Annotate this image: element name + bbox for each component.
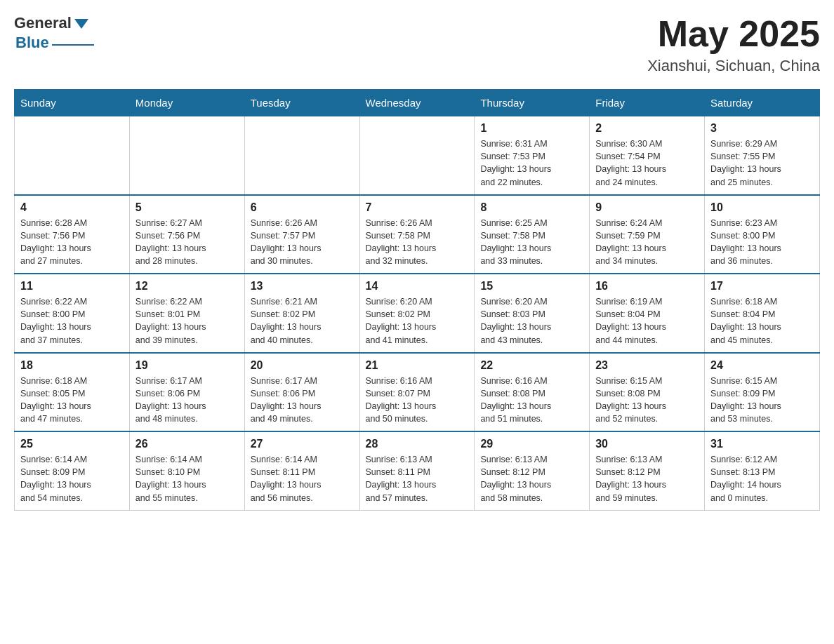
calendar-header-row: SundayMondayTuesdayWednesdayThursdayFrid… bbox=[15, 90, 820, 116]
day-info: Sunrise: 6:29 AM Sunset: 7:55 PM Dayligh… bbox=[710, 137, 814, 189]
calendar-cell: 27Sunrise: 6:14 AM Sunset: 8:11 PM Dayli… bbox=[244, 431, 359, 510]
calendar-header-sunday: Sunday bbox=[15, 90, 130, 116]
month-title: May 2025 bbox=[647, 14, 820, 54]
calendar-cell: 12Sunrise: 6:22 AM Sunset: 8:01 PM Dayli… bbox=[129, 274, 244, 353]
calendar-cell: 25Sunrise: 6:14 AM Sunset: 8:09 PM Dayli… bbox=[15, 431, 130, 510]
day-info: Sunrise: 6:14 AM Sunset: 8:10 PM Dayligh… bbox=[135, 453, 239, 504]
calendar-cell: 6Sunrise: 6:26 AM Sunset: 7:57 PM Daylig… bbox=[244, 195, 359, 274]
day-number: 23 bbox=[595, 359, 699, 372]
calendar-cell: 22Sunrise: 6:16 AM Sunset: 8:08 PM Dayli… bbox=[475, 353, 590, 432]
day-number: 16 bbox=[595, 280, 699, 293]
calendar-cell: 30Sunrise: 6:13 AM Sunset: 8:12 PM Dayli… bbox=[590, 431, 705, 510]
day-number: 20 bbox=[251, 359, 354, 372]
logo: General Blue bbox=[14, 14, 94, 52]
day-number: 27 bbox=[251, 438, 354, 450]
calendar-cell: 4Sunrise: 6:28 AM Sunset: 7:56 PM Daylig… bbox=[15, 195, 130, 274]
day-info: Sunrise: 6:22 AM Sunset: 8:00 PM Dayligh… bbox=[20, 295, 124, 347]
calendar-cell: 11Sunrise: 6:22 AM Sunset: 8:00 PM Dayli… bbox=[15, 274, 130, 353]
day-info: Sunrise: 6:18 AM Sunset: 8:04 PM Dayligh… bbox=[710, 295, 814, 347]
day-info: Sunrise: 6:28 AM Sunset: 7:56 PM Dayligh… bbox=[20, 217, 124, 268]
calendar-cell: 28Sunrise: 6:13 AM Sunset: 8:11 PM Dayli… bbox=[359, 431, 475, 510]
day-info: Sunrise: 6:21 AM Sunset: 8:02 PM Dayligh… bbox=[251, 295, 354, 347]
calendar-week-row: 25Sunrise: 6:14 AM Sunset: 8:09 PM Dayli… bbox=[15, 431, 820, 510]
day-number: 13 bbox=[251, 280, 354, 293]
day-info: Sunrise: 6:14 AM Sunset: 8:11 PM Dayligh… bbox=[251, 453, 354, 504]
day-info: Sunrise: 6:16 AM Sunset: 8:08 PM Dayligh… bbox=[480, 375, 583, 426]
day-number: 7 bbox=[366, 201, 469, 214]
calendar-table: SundayMondayTuesdayWednesdayThursdayFrid… bbox=[14, 89, 820, 511]
logo-arrow-icon bbox=[74, 19, 88, 29]
day-info: Sunrise: 6:20 AM Sunset: 8:03 PM Dayligh… bbox=[480, 295, 583, 347]
calendar-cell: 9Sunrise: 6:24 AM Sunset: 7:59 PM Daylig… bbox=[590, 195, 705, 274]
day-number: 19 bbox=[135, 359, 239, 372]
day-number: 5 bbox=[135, 201, 239, 214]
day-info: Sunrise: 6:27 AM Sunset: 7:56 PM Dayligh… bbox=[135, 217, 239, 268]
day-info: Sunrise: 6:31 AM Sunset: 7:53 PM Dayligh… bbox=[480, 137, 583, 189]
calendar-cell: 31Sunrise: 6:12 AM Sunset: 8:13 PM Dayli… bbox=[705, 431, 820, 510]
day-number: 31 bbox=[710, 438, 814, 450]
calendar-cell bbox=[244, 116, 359, 195]
day-number: 18 bbox=[20, 359, 124, 372]
calendar-cell: 8Sunrise: 6:25 AM Sunset: 7:58 PM Daylig… bbox=[475, 195, 590, 274]
calendar-cell bbox=[15, 116, 130, 195]
calendar-cell: 17Sunrise: 6:18 AM Sunset: 8:04 PM Dayli… bbox=[705, 274, 820, 353]
day-number: 10 bbox=[710, 201, 814, 214]
day-number: 14 bbox=[366, 280, 469, 293]
day-info: Sunrise: 6:30 AM Sunset: 7:54 PM Dayligh… bbox=[595, 137, 699, 189]
day-number: 9 bbox=[595, 201, 699, 214]
day-number: 1 bbox=[480, 122, 583, 135]
day-info: Sunrise: 6:16 AM Sunset: 8:07 PM Dayligh… bbox=[366, 375, 469, 426]
calendar-week-row: 1Sunrise: 6:31 AM Sunset: 7:53 PM Daylig… bbox=[15, 116, 820, 195]
day-number: 6 bbox=[251, 201, 354, 214]
calendar-header-wednesday: Wednesday bbox=[359, 90, 475, 116]
calendar-cell: 14Sunrise: 6:20 AM Sunset: 8:02 PM Dayli… bbox=[359, 274, 475, 353]
day-number: 30 bbox=[595, 438, 699, 450]
day-number: 22 bbox=[480, 359, 583, 372]
day-info: Sunrise: 6:22 AM Sunset: 8:01 PM Dayligh… bbox=[135, 295, 239, 347]
day-info: Sunrise: 6:18 AM Sunset: 8:05 PM Dayligh… bbox=[20, 375, 124, 426]
day-number: 26 bbox=[135, 438, 239, 450]
day-info: Sunrise: 6:26 AM Sunset: 7:58 PM Dayligh… bbox=[366, 217, 469, 268]
day-number: 12 bbox=[135, 280, 239, 293]
day-number: 3 bbox=[710, 122, 814, 135]
day-info: Sunrise: 6:14 AM Sunset: 8:09 PM Dayligh… bbox=[20, 453, 124, 504]
calendar-cell: 10Sunrise: 6:23 AM Sunset: 8:00 PM Dayli… bbox=[705, 195, 820, 274]
day-number: 2 bbox=[595, 122, 699, 135]
day-info: Sunrise: 6:15 AM Sunset: 8:08 PM Dayligh… bbox=[595, 375, 699, 426]
day-number: 8 bbox=[480, 201, 583, 214]
day-info: Sunrise: 6:13 AM Sunset: 8:11 PM Dayligh… bbox=[366, 453, 469, 504]
logo-blue-text: Blue bbox=[15, 34, 49, 52]
calendar-header-monday: Monday bbox=[129, 90, 244, 116]
calendar-cell: 24Sunrise: 6:15 AM Sunset: 8:09 PM Dayli… bbox=[705, 353, 820, 432]
day-info: Sunrise: 6:26 AM Sunset: 7:57 PM Dayligh… bbox=[251, 217, 354, 268]
day-number: 17 bbox=[710, 280, 814, 293]
calendar-header-friday: Friday bbox=[590, 90, 705, 116]
calendar-cell bbox=[359, 116, 475, 195]
day-info: Sunrise: 6:17 AM Sunset: 8:06 PM Dayligh… bbox=[251, 375, 354, 426]
day-info: Sunrise: 6:17 AM Sunset: 8:06 PM Dayligh… bbox=[135, 375, 239, 426]
day-number: 25 bbox=[20, 438, 124, 450]
calendar-cell: 29Sunrise: 6:13 AM Sunset: 8:12 PM Dayli… bbox=[475, 431, 590, 510]
day-info: Sunrise: 6:13 AM Sunset: 8:12 PM Dayligh… bbox=[480, 453, 583, 504]
day-info: Sunrise: 6:19 AM Sunset: 8:04 PM Dayligh… bbox=[595, 295, 699, 347]
location-title: Xianshui, Sichuan, China bbox=[647, 57, 820, 75]
calendar-header-saturday: Saturday bbox=[705, 90, 820, 116]
day-info: Sunrise: 6:20 AM Sunset: 8:02 PM Dayligh… bbox=[366, 295, 469, 347]
calendar-week-row: 18Sunrise: 6:18 AM Sunset: 8:05 PM Dayli… bbox=[15, 353, 820, 432]
day-info: Sunrise: 6:15 AM Sunset: 8:09 PM Dayligh… bbox=[710, 375, 814, 426]
calendar-header-thursday: Thursday bbox=[475, 90, 590, 116]
title-section: May 2025 Xianshui, Sichuan, China bbox=[647, 14, 820, 75]
calendar-cell bbox=[129, 116, 244, 195]
day-info: Sunrise: 6:24 AM Sunset: 7:59 PM Dayligh… bbox=[595, 217, 699, 268]
calendar-cell: 19Sunrise: 6:17 AM Sunset: 8:06 PM Dayli… bbox=[129, 353, 244, 432]
day-number: 4 bbox=[20, 201, 124, 214]
calendar-week-row: 4Sunrise: 6:28 AM Sunset: 7:56 PM Daylig… bbox=[15, 195, 820, 274]
day-number: 28 bbox=[366, 438, 469, 450]
calendar-cell: 18Sunrise: 6:18 AM Sunset: 8:05 PM Dayli… bbox=[15, 353, 130, 432]
day-info: Sunrise: 6:12 AM Sunset: 8:13 PM Dayligh… bbox=[710, 453, 814, 504]
day-number: 11 bbox=[20, 280, 124, 293]
calendar-cell: 20Sunrise: 6:17 AM Sunset: 8:06 PM Dayli… bbox=[244, 353, 359, 432]
day-number: 15 bbox=[480, 280, 583, 293]
day-info: Sunrise: 6:23 AM Sunset: 8:00 PM Dayligh… bbox=[710, 217, 814, 268]
calendar-cell: 23Sunrise: 6:15 AM Sunset: 8:08 PM Dayli… bbox=[590, 353, 705, 432]
